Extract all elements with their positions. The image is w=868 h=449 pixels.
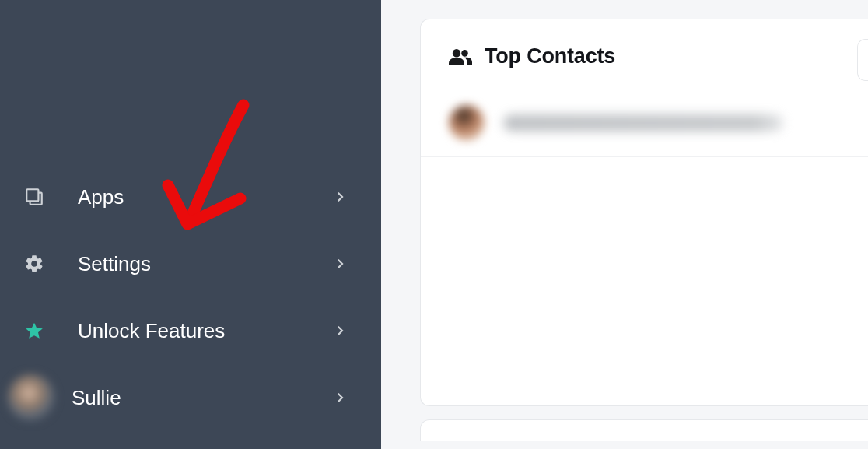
chevron-right-icon xyxy=(333,257,347,271)
people-icon xyxy=(449,47,472,66)
contact-email-blurred xyxy=(503,114,783,132)
next-card-stub xyxy=(420,419,868,441)
chevron-right-icon xyxy=(333,190,347,204)
top-contacts-card: Top Contacts xyxy=(420,19,868,406)
sidebar-item-label: Sullie xyxy=(72,386,333,410)
card-header: Top Contacts xyxy=(421,19,868,89)
sidebar-item-label: Unlock Features xyxy=(78,319,333,343)
chevron-right-icon xyxy=(333,324,347,338)
sidebar-item-unlock-features[interactable]: Unlock Features xyxy=(23,297,381,364)
avatar xyxy=(8,374,54,421)
sidebar-item-label: Settings xyxy=(78,252,333,276)
star-icon xyxy=(23,320,45,342)
adjacent-control-stub[interactable] xyxy=(857,39,868,81)
sidebar-item-user[interactable]: Sullie xyxy=(23,364,381,431)
contact-row[interactable] xyxy=(421,89,868,157)
chevron-right-icon xyxy=(333,391,347,405)
sidebar-item-settings[interactable]: Settings xyxy=(23,230,381,297)
contact-avatar xyxy=(449,105,485,141)
svg-rect-0 xyxy=(26,189,38,201)
apps-icon xyxy=(23,186,45,208)
card-title: Top Contacts xyxy=(485,44,615,68)
gear-icon xyxy=(23,253,45,275)
sidebar: Apps Settings Unlock Features Sullie xyxy=(0,0,381,449)
sidebar-item-label: Apps xyxy=(78,185,333,209)
sidebar-item-apps[interactable]: Apps xyxy=(23,163,381,230)
main-content: Top Contacts xyxy=(381,0,868,449)
